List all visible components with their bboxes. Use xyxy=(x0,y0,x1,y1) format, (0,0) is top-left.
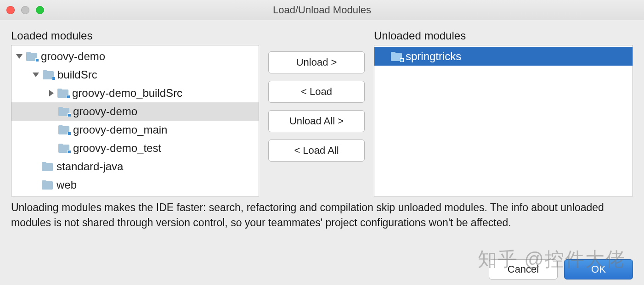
unloaded-tree[interactable]: springtricks xyxy=(374,45,633,196)
unload-button[interactable]: Unload > xyxy=(268,51,365,73)
tree-row-buildsrc-child[interactable]: groovy-demo_buildSrc xyxy=(11,84,259,102)
tree-row-groovy-demo-main[interactable]: groovy-demo_main xyxy=(11,121,259,139)
tree-row-web[interactable]: web xyxy=(11,176,259,194)
chevron-down-icon[interactable] xyxy=(16,54,23,59)
tree-row-springtricks[interactable]: springtricks xyxy=(374,47,633,66)
dialog-content: Loaded modules groovy-demo buildSrc xyxy=(0,20,644,285)
module-folder-icon xyxy=(43,70,55,79)
module-folder-icon xyxy=(58,144,70,153)
tree-row-standard-java[interactable]: standard-java xyxy=(11,157,259,176)
close-icon[interactable] xyxy=(6,6,15,14)
chevron-right-icon[interactable] xyxy=(49,90,54,96)
loaded-tree[interactable]: groovy-demo buildSrc groovy-demo_buildSr… xyxy=(11,45,259,196)
tree-row-groovy-demo[interactable]: groovy-demo xyxy=(11,102,259,121)
titlebar[interactable]: Load/Unload Modules xyxy=(0,0,644,20)
folder-icon xyxy=(42,180,54,190)
tree-item-label: groovy-demo_buildSrc xyxy=(72,87,182,100)
unloaded-label: Unloaded modules xyxy=(374,29,633,42)
window-title: Load/Unload Modules xyxy=(0,4,644,16)
zoom-icon[interactable] xyxy=(36,6,44,14)
tree-item-label: groovy-demo_main xyxy=(73,123,167,136)
module-folder-icon xyxy=(57,89,69,98)
tree-item-label: springtricks xyxy=(406,50,461,63)
loaded-panel: Loaded modules groovy-demo buildSrc xyxy=(11,29,259,196)
tree-item-label: groovy-demo xyxy=(73,105,137,118)
module-folder-icon xyxy=(391,52,403,61)
loaded-label: Loaded modules xyxy=(11,29,259,42)
ok-button[interactable]: OK xyxy=(564,259,633,279)
module-folder-icon xyxy=(26,52,38,61)
dialog-window: Load/Unload Modules Loaded modules groov… xyxy=(0,0,644,285)
tree-row-groovy-demo-test[interactable]: groovy-demo_test xyxy=(11,139,259,157)
load-all-button[interactable]: < Load All xyxy=(268,140,365,162)
tree-item-label: groovy-demo_test xyxy=(73,142,161,155)
tree-row-root[interactable]: groovy-demo xyxy=(11,47,259,66)
chevron-down-icon[interactable] xyxy=(33,73,39,77)
module-folder-icon xyxy=(58,125,70,134)
panels-row: Loaded modules groovy-demo buildSrc xyxy=(11,29,633,195)
dialog-footer: Cancel OK xyxy=(11,252,633,279)
load-button[interactable]: < Load xyxy=(268,81,365,103)
tree-row-buildsrc[interactable]: buildSrc xyxy=(11,66,259,84)
tree-item-label: standard-java xyxy=(56,160,123,173)
tree-item-label: groovy-demo xyxy=(41,50,105,63)
minimize-icon xyxy=(21,6,29,14)
folder-icon xyxy=(42,162,54,171)
tree-item-label: buildSrc xyxy=(57,68,97,81)
tree-item-label: web xyxy=(56,179,77,191)
cancel-button[interactable]: Cancel xyxy=(489,259,558,279)
unloaded-panel: Unloaded modules springtricks xyxy=(374,29,633,196)
traffic-lights xyxy=(6,6,44,14)
unload-all-button[interactable]: Unload All > xyxy=(268,110,365,132)
transfer-buttons: Unload > < Load Unload All > < Load All xyxy=(268,29,365,162)
module-folder-icon xyxy=(58,107,70,116)
help-text: Unloading modules makes the IDE faster: … xyxy=(11,200,631,231)
